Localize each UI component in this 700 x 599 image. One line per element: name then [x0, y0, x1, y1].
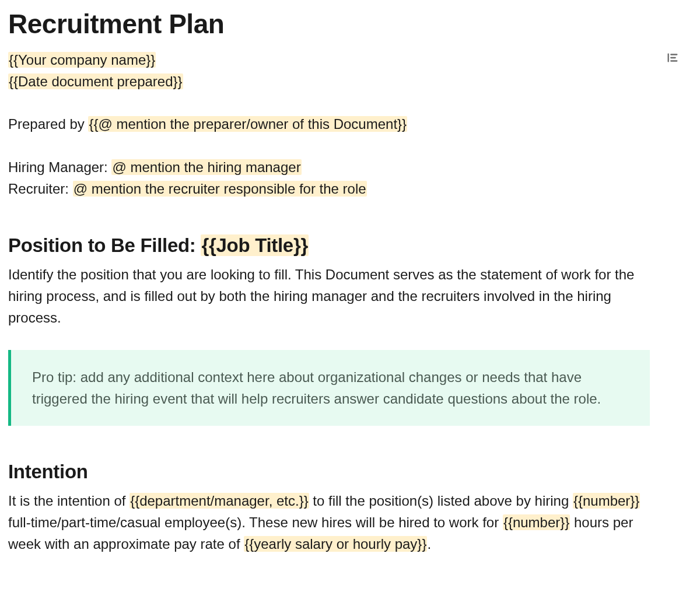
date-line: {{Date document prepared}} — [8, 71, 692, 92]
tip-text: Pro tip: add any additional context here… — [32, 366, 629, 409]
hiring-manager-line: Hiring Manager: @ mention the hiring man… — [8, 156, 692, 178]
prepared-by-line: Prepared by {{@ mention the preparer/own… — [8, 113, 692, 135]
intention-t2: to fill the position(s) listed above by … — [309, 493, 573, 509]
date-placeholder[interactable]: {{Date document prepared}} — [8, 73, 183, 89]
tip-callout: Pro tip: add any additional context here… — [8, 350, 650, 426]
outline-icon[interactable] — [666, 51, 679, 64]
position-body: Identify the position that you are looki… — [8, 264, 650, 329]
page-title: Recruitment Plan — [8, 8, 692, 40]
intention-body: It is the intention of {{department/mana… — [8, 490, 650, 555]
intention-t3: full-time/part-time/casual employee(s). … — [8, 514, 503, 530]
position-heading-prefix: Position to Be Filled: — [8, 234, 201, 256]
headcount-placeholder[interactable]: {{number}} — [573, 493, 640, 509]
hiring-manager-placeholder[interactable]: @ mention the hiring manager — [111, 159, 301, 175]
company-line: {{Your company name}} — [8, 49, 692, 71]
recruiter-placeholder[interactable]: @ mention the recruiter responsible for … — [73, 181, 367, 197]
job-title-placeholder[interactable]: {{Job Title}} — [201, 234, 309, 256]
recruiter-label: Recruiter: — [8, 181, 73, 197]
intention-heading: Intention — [8, 461, 692, 483]
company-placeholder[interactable]: {{Your company name}} — [8, 52, 156, 68]
recruiter-line: Recruiter: @ mention the recruiter respo… — [8, 178, 692, 199]
prepared-by-placeholder[interactable]: {{@ mention the preparer/owner of this D… — [88, 116, 407, 132]
hours-placeholder[interactable]: {{number}} — [503, 514, 570, 530]
intention-t1: It is the intention of — [8, 493, 130, 509]
pay-placeholder[interactable]: {{yearly salary or hourly pay}} — [244, 536, 427, 552]
position-heading: Position to Be Filled: {{Job Title}} — [8, 234, 692, 257]
intention-t5: . — [427, 536, 431, 552]
hiring-manager-label: Hiring Manager: — [8, 159, 111, 175]
department-placeholder[interactable]: {{department/manager, etc.}} — [130, 493, 309, 509]
prepared-by-label: Prepared by — [8, 116, 88, 132]
